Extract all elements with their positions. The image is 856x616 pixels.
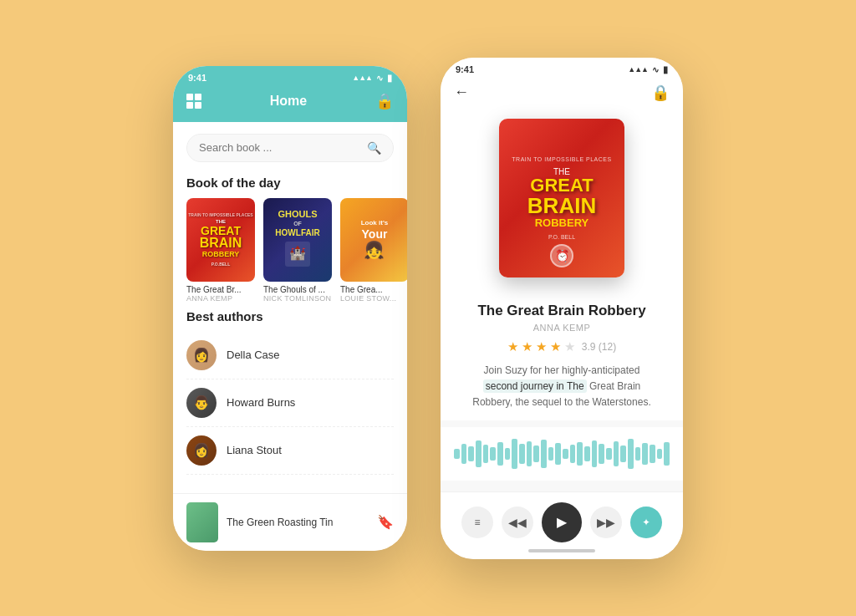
book-detail-title: The Great Brain Robbery: [457, 303, 666, 319]
search-icon: 🔍: [367, 141, 381, 155]
book-name-2: The Ghouls of ...: [263, 285, 332, 294]
star-3: ★: [536, 339, 547, 354]
right-lock-icon[interactable]: 🔒: [651, 84, 670, 102]
star-5-empty: ★: [564, 339, 575, 354]
rating-value: 3.9 (12): [582, 341, 616, 353]
wifi-icon: ∿: [376, 74, 383, 83]
book-cover-2: GHOULS OF HOWLFAIR 🏰: [263, 198, 332, 282]
right-header: ← 🔒: [441, 79, 683, 110]
right-status-bar: 9:41 ▲▲▲ ∿ ▮: [441, 58, 683, 79]
book-description: Join Suzy for her highly-anticipated sec…: [457, 363, 666, 411]
author-name-3: Liana Stout: [227, 444, 282, 456]
book-author-3: LOUIE STOW...: [340, 294, 407, 303]
left-time: 9:41: [188, 73, 206, 83]
rewind-button[interactable]: ◀◀: [502, 507, 533, 538]
book-card-3[interactable]: Look it's Your 👧 The Grea... LOUIE STOW.…: [340, 198, 407, 303]
bottom-book-cover: [186, 502, 218, 542]
header-title: Home: [270, 94, 307, 109]
back-button[interactable]: ←: [454, 84, 469, 101]
left-status-bar: 9:41 ▲▲▲ ∿ ▮: [173, 66, 407, 87]
forward-button[interactable]: ▶▶: [590, 507, 622, 538]
author-item-1[interactable]: 👩 Della Case: [186, 332, 394, 379]
settings-button[interactable]: ✦: [630, 507, 662, 538]
waveform-visualization: [454, 437, 670, 471]
right-phone: 9:41 ▲▲▲ ∿ ▮ ← 🔒 TRAIN TO IMPOSSIBLE PLA…: [441, 58, 683, 559]
author-name-1: Della Case: [227, 349, 280, 361]
book-author-1: ANNA KEMP: [186, 294, 255, 303]
book-card-1[interactable]: TRAIN TO IMPOSSIBLE PLACES THE GREAT BRA…: [186, 198, 255, 303]
cover-great: GREAT: [512, 176, 611, 195]
best-authors-title: Best authors: [173, 303, 407, 332]
rating-row: ★ ★ ★ ★ ★ 3.9 (12): [457, 339, 666, 354]
bottom-book-title: The Green Roasting Tin: [227, 517, 369, 528]
right-time: 9:41: [456, 64, 474, 74]
book-card-2[interactable]: GHOULS OF HOWLFAIR 🏰 The Ghouls of ... N…: [263, 198, 332, 303]
audio-waveform[interactable]: [441, 427, 683, 481]
cover-brain: BRAIN: [512, 195, 611, 216]
author-avatar-2: 👨: [186, 388, 217, 418]
author-name-2: Howard Burns: [227, 396, 295, 409]
author-item-3[interactable]: 👩 Liana Stout: [186, 427, 394, 475]
bookmark-icon[interactable]: 🔖: [377, 514, 394, 530]
right-signal-icon: ▲▲▲: [628, 65, 648, 74]
description-highlight: second journey in The: [483, 379, 587, 393]
star-2: ★: [522, 339, 532, 354]
book-name-3: The Grea...: [340, 285, 407, 294]
signal-icon: ▲▲▲: [352, 74, 372, 82]
right-wifi-icon: ∿: [652, 65, 659, 74]
author-avatar-1: 👩: [186, 340, 217, 370]
search-bar[interactable]: 🔍: [186, 134, 394, 162]
battery-icon: ▮: [387, 73, 392, 84]
home-indicator: [528, 549, 595, 552]
right-battery-icon: ▮: [663, 64, 668, 75]
play-button[interactable]: ▶: [542, 502, 582, 542]
cover-small-text: TRAIN TO IMPOSSIBLE PLACES: [512, 156, 611, 162]
book-detail-author: ANNA KEMP: [457, 323, 666, 333]
bottom-preview: The Green Roasting Tin 🔖: [173, 493, 407, 551]
grid-menu-icon[interactable]: [186, 94, 201, 109]
detail-cover-art: TRAIN TO IMPOSSIBLE PLACES THE GREAT BRA…: [503, 148, 619, 248]
book-detail-cover: TRAIN TO IMPOSSIBLE PLACES THE GREAT BRA…: [499, 119, 624, 277]
book-author-2: NICK TOMLINSON: [263, 294, 332, 303]
star-1: ★: [507, 339, 518, 354]
left-phone: 9:41 ▲▲▲ ∿ ▮ Home 🔒 🔍 Book of the day TR…: [173, 66, 407, 551]
author-item-2[interactable]: 👨 Howard Burns: [186, 379, 394, 427]
authors-list: 👩 Della Case 👨 Howard Burns 👩 Liana Stou…: [173, 332, 407, 475]
menu-button[interactable]: ≡: [461, 507, 493, 538]
search-input[interactable]: [199, 141, 360, 154]
book-of-day-title: Book of the day: [173, 169, 407, 198]
lock-icon[interactable]: 🔒: [375, 92, 394, 110]
cover-po-bell: P.O. BELL: [512, 234, 611, 240]
book-detail-cover-wrapper: TRAIN TO IMPOSSIBLE PLACES THE GREAT BRA…: [441, 110, 683, 291]
star-4: ★: [550, 339, 561, 354]
left-header: Home 🔒: [173, 87, 407, 122]
book-cover-1: TRAIN TO IMPOSSIBLE PLACES THE GREAT BRA…: [186, 198, 255, 282]
clock-decoration: ⏰: [550, 244, 573, 267]
book-cover-3: Look it's Your 👧: [340, 198, 407, 282]
books-row: TRAIN TO IMPOSSIBLE PLACES THE GREAT BRA…: [173, 198, 407, 303]
author-avatar-3: 👩: [186, 435, 217, 466]
book-detail-content: The Great Brain Robbery ANNA KEMP ★ ★ ★ …: [441, 291, 683, 421]
book-name-1: The Great Br...: [186, 285, 255, 294]
